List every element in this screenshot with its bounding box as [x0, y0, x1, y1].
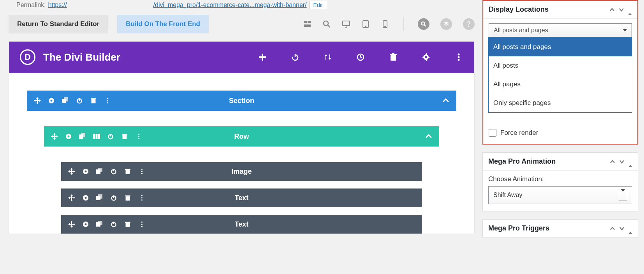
chevron-up-icon[interactable]: [610, 227, 615, 230]
svg-point-9: [365, 26, 366, 27]
trash-icon[interactable]: [124, 221, 131, 228]
force-render-checkbox[interactable]: [489, 129, 496, 137]
row-label: Row: [234, 133, 249, 141]
module-bar[interactable]: Text: [61, 215, 422, 234]
toggle-icon[interactable]: [628, 7, 632, 13]
move-icon[interactable]: [68, 168, 75, 175]
svg-point-60: [85, 171, 87, 173]
gear-icon[interactable]: [82, 221, 89, 228]
force-render-label: Force render: [500, 129, 538, 137]
desktop-icon[interactable]: [342, 20, 350, 28]
columns-icon[interactable]: [93, 133, 100, 140]
select-option[interactable]: All posts: [489, 56, 632, 75]
toggle-icon[interactable]: [628, 225, 632, 232]
trash-icon[interactable]: [124, 168, 131, 175]
svg-point-16: [468, 26, 469, 27]
toggle-icon[interactable]: [628, 159, 632, 165]
chevron-down-icon: [623, 29, 627, 31]
chevron-up-icon[interactable]: [610, 160, 615, 164]
svg-point-68: [141, 171, 142, 172]
select-value: Shift Away: [493, 192, 522, 199]
chevron-up-icon[interactable]: [442, 98, 449, 103]
zoom-icon[interactable]: [322, 20, 331, 28]
power-icon[interactable]: [110, 194, 117, 201]
svg-marker-70: [68, 194, 75, 201]
animation-panel: Mega Pro Animation Choose Animation: Shi…: [482, 152, 638, 211]
add-icon[interactable]: [258, 54, 267, 61]
move-icon[interactable]: [68, 221, 75, 228]
animation-select[interactable]: Shift Away: [488, 186, 632, 204]
svg-line-4: [328, 25, 330, 27]
return-standard-editor-button[interactable]: Return To Standard Editor: [9, 15, 108, 33]
svg-rect-5: [343, 21, 350, 26]
layers-icon[interactable]: [440, 18, 452, 30]
select-option[interactable]: Only specific pages: [489, 94, 632, 112]
gear-icon[interactable]: [82, 194, 89, 201]
sort-icon[interactable]: [323, 53, 333, 61]
gear-icon[interactable]: [65, 133, 72, 140]
power-icon[interactable]: [107, 133, 114, 140]
chevron-down-icon[interactable]: [619, 160, 625, 164]
power-icon[interactable]: [110, 168, 117, 175]
select-option[interactable]: All posts and pages: [489, 38, 632, 56]
chevron-down-icon[interactable]: [619, 8, 624, 12]
trash-icon[interactable]: [90, 97, 97, 104]
gear-icon[interactable]: [82, 168, 89, 175]
history-icon[interactable]: [356, 53, 365, 61]
divi-logo-icon: D: [20, 49, 35, 65]
more-icon[interactable]: [138, 168, 145, 175]
svg-marker-43: [51, 133, 58, 140]
search-circle-icon[interactable]: [418, 18, 429, 30]
duplicate-icon[interactable]: [96, 194, 103, 201]
duplicate-icon[interactable]: [96, 221, 103, 228]
trash-icon[interactable]: [121, 133, 128, 140]
module-bar[interactable]: Image: [61, 162, 422, 181]
row-bar[interactable]: Row: [44, 126, 439, 147]
more-icon[interactable]: [138, 194, 145, 201]
module-label: Text: [235, 220, 249, 229]
move-icon[interactable]: [68, 194, 75, 201]
tablet-icon[interactable]: [361, 20, 370, 28]
trash-icon[interactable]: [124, 194, 131, 201]
phone-icon[interactable]: [381, 20, 389, 28]
chevron-down-icon[interactable]: [619, 227, 625, 230]
svg-rect-65: [126, 170, 130, 174]
chevron-up-icon[interactable]: [425, 134, 432, 139]
build-frontend-button[interactable]: Build On The Front End: [117, 15, 209, 33]
svg-rect-22: [391, 55, 396, 61]
power-icon[interactable]: [110, 221, 117, 228]
permalink-path[interactable]: /divi_mega_pro/1-ecommerce-cate...mega-w…: [153, 2, 307, 9]
permalink-link[interactable]: https://: [48, 2, 67, 9]
more-icon[interactable]: [454, 53, 463, 61]
move-icon[interactable]: [51, 133, 58, 140]
help-icon[interactable]: [463, 18, 475, 30]
svg-point-3: [324, 21, 328, 26]
edit-permalink-button[interactable]: Edit: [309, 1, 327, 9]
duplicate-icon[interactable]: [62, 97, 69, 104]
permalink-label: Permalink:: [16, 2, 46, 9]
select-option[interactable]: All pages: [489, 75, 632, 94]
move-icon[interactable]: [34, 97, 41, 104]
svg-point-56: [138, 136, 139, 137]
gear-icon[interactable]: [48, 97, 55, 104]
svg-rect-2: [304, 24, 311, 27]
triggers-panel: Mega Pro Triggers: [482, 219, 638, 237]
location-select[interactable]: All posts and pages All posts and pages …: [489, 23, 632, 37]
duplicate-icon[interactable]: [96, 168, 103, 175]
more-icon[interactable]: [135, 133, 142, 140]
section-bar[interactable]: Section: [27, 91, 456, 111]
trash-icon[interactable]: [389, 53, 398, 61]
svg-rect-47: [81, 133, 85, 137]
svg-marker-82: [68, 221, 75, 228]
more-icon[interactable]: [138, 221, 145, 228]
module-bar[interactable]: Text: [61, 188, 422, 207]
chevron-up-icon[interactable]: [609, 8, 615, 12]
gear-icon[interactable]: [421, 53, 431, 61]
wireframe-icon[interactable]: [303, 20, 311, 28]
builder-title: The Divi Builder: [43, 51, 250, 63]
more-icon[interactable]: [104, 97, 111, 104]
duplicate-icon[interactable]: [79, 133, 86, 140]
power-icon[interactable]: [290, 53, 300, 61]
power-icon[interactable]: [76, 97, 83, 104]
svg-point-30: [458, 59, 460, 61]
